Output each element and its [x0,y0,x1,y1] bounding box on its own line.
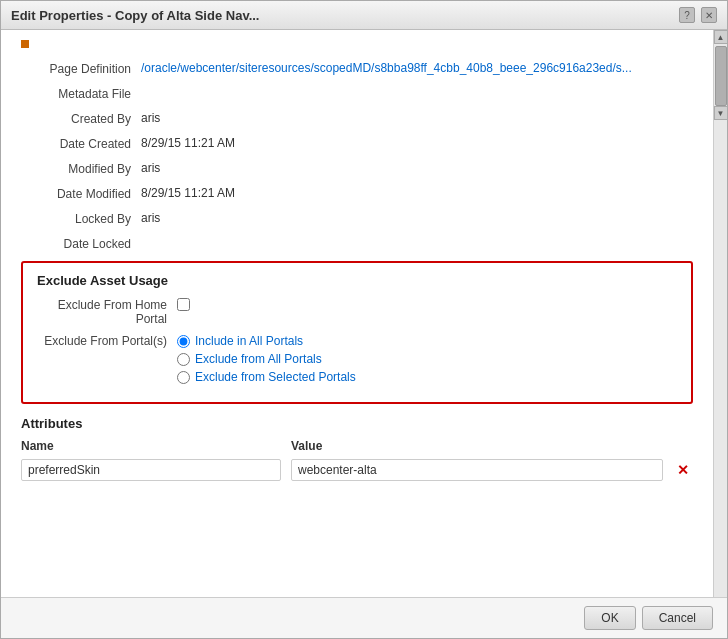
modified-by-row: Modified By aris [21,161,693,176]
date-locked-row: Date Locked [21,236,693,251]
dialog-header: Edit Properties - Copy of Alta Side Nav.… [1,1,727,30]
main-content: Page Definition /oracle/webcenter/sitere… [1,30,713,597]
exclude-section-title: Exclude Asset Usage [37,273,677,288]
include-all-portals-radio[interactable] [177,335,190,348]
dialog-body: Page Definition /oracle/webcenter/sitere… [1,30,727,597]
scrollbar-thumb[interactable] [715,46,727,106]
date-created-value: 8/29/15 11:21 AM [141,136,693,150]
locked-by-row: Locked By aris [21,211,693,226]
page-definition-row: Page Definition /oracle/webcenter/sitere… [21,61,693,76]
exclude-selected-portals-radio[interactable] [177,371,190,384]
metadata-file-label: Metadata File [21,86,141,101]
dialog-footer: OK Cancel [1,597,727,638]
attributes-title: Attributes [21,416,693,431]
header-icons: ? ✕ [679,7,717,23]
attributes-section: Attributes Name Value ✕ [21,416,693,481]
exclude-portals-label: Exclude From Portal(s) [37,334,177,348]
attributes-column-headers: Name Value [21,439,693,453]
locked-by-label: Locked By [21,211,141,226]
metadata-file-row: Metadata File [21,86,693,101]
modified-by-value: aris [141,161,693,175]
section-marker [21,40,29,48]
attribute-value-input[interactable] [291,459,663,481]
exclude-portals-row: Exclude From Portal(s) Include in All Po… [37,334,677,384]
created-by-label: Created By [21,111,141,126]
value-column-header: Value [291,439,693,453]
scrollbar-up-button[interactable]: ▲ [714,30,728,44]
close-button[interactable]: ✕ [701,7,717,23]
attribute-row: ✕ [21,459,693,481]
created-by-value: aris [141,111,693,125]
exclude-all-portals-option: Exclude from All Portals [177,352,356,366]
page-definition-label: Page Definition [21,61,141,76]
locked-by-value: aris [141,211,693,225]
attribute-name-input[interactable] [21,459,281,481]
dialog-title: Edit Properties - Copy of Alta Side Nav.… [11,8,260,23]
created-by-row: Created By aris [21,111,693,126]
date-modified-value: 8/29/15 11:21 AM [141,186,693,200]
date-modified-row: Date Modified 8/29/15 11:21 AM [21,186,693,201]
date-modified-label: Date Modified [21,186,141,201]
exclude-home-portal-checkbox-container [177,298,190,311]
exclude-all-portals-label[interactable]: Exclude from All Portals [195,352,322,366]
date-created-row: Date Created 8/29/15 11:21 AM [21,136,693,151]
exclude-selected-portals-label[interactable]: Exclude from Selected Portals [195,370,356,384]
date-created-label: Date Created [21,136,141,151]
delete-attribute-button[interactable]: ✕ [673,462,693,478]
cancel-button[interactable]: Cancel [642,606,713,630]
exclude-all-portals-radio[interactable] [177,353,190,366]
exclude-asset-usage-section: Exclude Asset Usage Exclude From Home Po… [21,261,693,404]
date-locked-label: Date Locked [21,236,141,251]
exclude-home-portal-checkbox[interactable] [177,298,190,311]
exclude-selected-portals-option: Exclude from Selected Portals [177,370,356,384]
help-button[interactable]: ? [679,7,695,23]
exclude-home-portal-label: Exclude From Home Portal [37,298,177,326]
portals-radio-group: Include in All Portals Exclude from All … [177,334,356,384]
edit-properties-dialog: Edit Properties - Copy of Alta Side Nav.… [0,0,728,639]
include-all-portals-label[interactable]: Include in All Portals [195,334,303,348]
scrollbar-track: ▲ ▼ [713,30,727,597]
ok-button[interactable]: OK [584,606,635,630]
include-all-portals-option: Include in All Portals [177,334,356,348]
page-definition-value: /oracle/webcenter/siteresources/scopedMD… [141,61,693,75]
scrollbar-down-button[interactable]: ▼ [714,106,728,120]
exclude-home-portal-row: Exclude From Home Portal [37,298,677,326]
name-column-header: Name [21,439,281,453]
modified-by-label: Modified By [21,161,141,176]
